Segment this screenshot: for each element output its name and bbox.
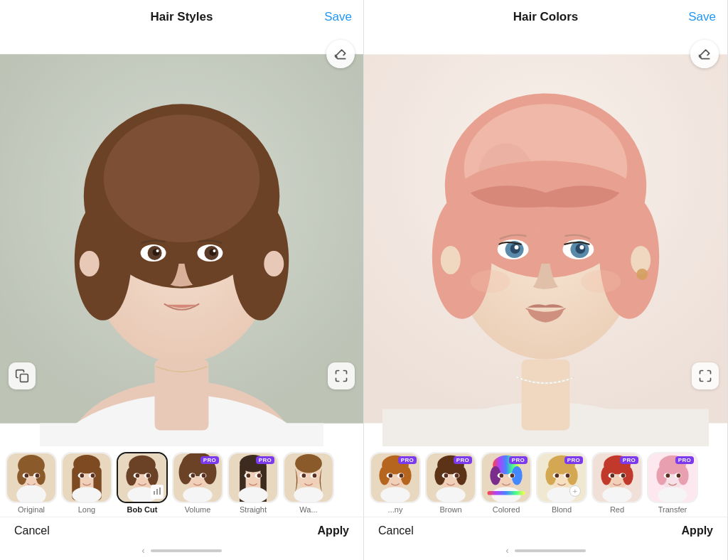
color-item-blond[interactable]: + PRO Blond bbox=[536, 452, 587, 514]
svg-point-50 bbox=[136, 473, 140, 478]
svg-point-125 bbox=[444, 473, 449, 478]
svg-point-51 bbox=[146, 473, 151, 478]
svg-point-41 bbox=[91, 473, 95, 478]
color-item-red[interactable]: PRO Red bbox=[592, 452, 643, 514]
svg-point-115 bbox=[389, 473, 393, 478]
svg-text:+: + bbox=[573, 487, 578, 495]
right-cancel-button[interactable]: Cancel bbox=[378, 524, 414, 537]
hair-colors-strip: PRO ...ny PRO bbox=[364, 446, 727, 517]
svg-point-158 bbox=[611, 473, 615, 478]
left-cancel-button[interactable]: Cancel bbox=[14, 524, 50, 537]
svg-point-64 bbox=[202, 473, 206, 478]
erase-icon bbox=[333, 47, 348, 61]
right-apply-button[interactable]: Apply bbox=[682, 524, 713, 537]
left-erase-button[interactable] bbox=[326, 40, 355, 68]
right-expand-icon bbox=[698, 369, 712, 383]
hair-styles-strip: Original Long bbox=[0, 446, 363, 517]
style-item-wavy[interactable]: Wa... bbox=[283, 452, 334, 514]
expand-icon bbox=[334, 369, 348, 383]
right-erase-button[interactable] bbox=[690, 40, 719, 68]
color-thumb-transfer: PRO bbox=[647, 452, 698, 503]
svg-point-78 bbox=[295, 454, 322, 473]
style-label-original: Original bbox=[18, 505, 45, 514]
svg-point-116 bbox=[400, 473, 404, 478]
svg-point-63 bbox=[191, 473, 196, 478]
pro-badge-blond: PRO bbox=[564, 456, 583, 464]
svg-point-105 bbox=[636, 269, 648, 280]
svg-point-126 bbox=[455, 473, 459, 478]
color-thumb-colored: PRO bbox=[481, 452, 532, 503]
right-scroll-indicator: ‹ bbox=[364, 543, 727, 560]
svg-point-17 bbox=[209, 249, 216, 256]
style-item-straight[interactable]: PRO Straight bbox=[228, 452, 279, 514]
svg-point-169 bbox=[677, 473, 681, 478]
color-label-colored: Colored bbox=[493, 505, 520, 514]
left-title: Hair Styles bbox=[151, 10, 213, 24]
svg-point-16 bbox=[153, 249, 160, 256]
pro-badge-transfer: PRO bbox=[675, 456, 694, 464]
style-label-bob-cut: Bob Cut bbox=[127, 505, 158, 514]
color-item-any[interactable]: PRO ...ny bbox=[370, 452, 421, 514]
svg-point-136 bbox=[510, 473, 515, 478]
right-save-button[interactable]: Save bbox=[688, 10, 716, 24]
color-thumb-brown: PRO bbox=[425, 452, 476, 503]
left-scroll-arrow-icon: ‹ bbox=[142, 546, 145, 556]
svg-point-30 bbox=[25, 473, 29, 478]
color-label-red: Red bbox=[610, 505, 624, 514]
color-label-blond: Blond bbox=[552, 505, 572, 514]
svg-rect-22 bbox=[21, 375, 28, 382]
style-item-bob-cut[interactable]: Bob Cut bbox=[117, 452, 168, 514]
left-photo-area bbox=[0, 31, 363, 446]
left-apply-button[interactable]: Apply bbox=[318, 524, 349, 537]
color-item-brown[interactable]: PRO Brown bbox=[425, 452, 476, 514]
left-scroll-indicator: ‹ bbox=[0, 543, 363, 560]
left-copy-button[interactable] bbox=[9, 362, 36, 389]
svg-point-159 bbox=[621, 473, 626, 478]
svg-point-73 bbox=[247, 473, 251, 478]
color-label-transfer: Transfer bbox=[658, 505, 687, 514]
color-label-any: ...ny bbox=[388, 505, 403, 514]
style-item-original[interactable]: Original bbox=[6, 452, 57, 514]
left-save-button[interactable]: Save bbox=[324, 10, 352, 24]
color-item-colored[interactable]: PRO Colored bbox=[481, 452, 532, 514]
svg-point-82 bbox=[313, 473, 317, 478]
right-expand-button[interactable] bbox=[692, 362, 719, 389]
hair-styles-panel: Hair Styles Save bbox=[0, 0, 364, 560]
left-bottom-bar: Cancel Apply bbox=[0, 517, 363, 543]
svg-point-106 bbox=[471, 270, 510, 293]
svg-point-146 bbox=[555, 473, 560, 478]
right-title: Hair Colors bbox=[513, 10, 579, 24]
svg-point-103 bbox=[441, 246, 461, 274]
style-thumb-straight: PRO bbox=[228, 452, 279, 503]
pro-badge-colored: PRO bbox=[509, 456, 528, 464]
color-item-transfer[interactable]: PRO Transfer bbox=[647, 452, 698, 514]
style-label-volume: Volume bbox=[185, 505, 211, 514]
right-scroll-arrow-icon: ‹ bbox=[506, 546, 509, 556]
svg-point-19 bbox=[213, 249, 215, 252]
pro-badge-volume: PRO bbox=[200, 456, 219, 464]
style-item-volume[interactable]: PRO Volume bbox=[172, 452, 223, 514]
right-photo bbox=[364, 31, 727, 446]
left-header: Hair Styles Save bbox=[0, 0, 363, 31]
svg-rect-53 bbox=[154, 491, 155, 495]
svg-point-135 bbox=[500, 473, 504, 478]
color-thumb-red: PRO bbox=[592, 452, 643, 503]
color-thumb-any: PRO bbox=[370, 452, 421, 503]
svg-point-20 bbox=[80, 251, 100, 276]
style-item-long[interactable]: Long bbox=[61, 452, 112, 514]
right-erase-icon bbox=[697, 47, 712, 61]
pro-badge-any: PRO bbox=[398, 456, 417, 464]
svg-point-31 bbox=[36, 473, 40, 478]
style-thumb-bob-cut bbox=[117, 452, 168, 503]
left-scroll-bar bbox=[151, 549, 222, 552]
pro-badge-brown: PRO bbox=[454, 456, 472, 464]
pro-badge-red: PRO bbox=[620, 456, 638, 464]
left-expand-button[interactable] bbox=[328, 362, 355, 389]
svg-point-18 bbox=[156, 249, 159, 252]
svg-point-147 bbox=[566, 473, 570, 478]
svg-point-21 bbox=[264, 251, 284, 276]
svg-rect-87 bbox=[522, 360, 570, 431]
svg-point-102 bbox=[579, 245, 584, 249]
right-scroll-bar bbox=[515, 549, 586, 552]
svg-point-59 bbox=[179, 460, 193, 484]
